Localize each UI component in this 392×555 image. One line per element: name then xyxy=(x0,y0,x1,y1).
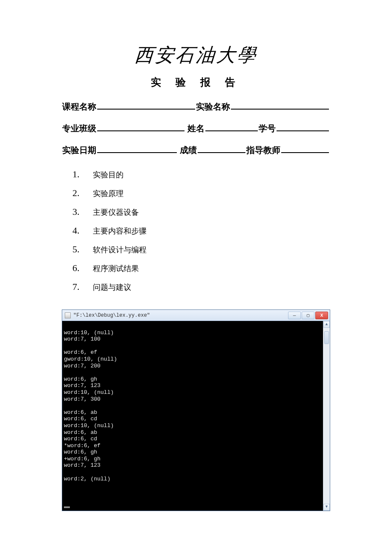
section-text: 实验原理 xyxy=(93,188,124,199)
section-text: 主要仪器设备 xyxy=(93,207,139,217)
section-text: 主要内容和步骤 xyxy=(93,226,147,236)
row-class-name-id: 专业班级 姓名 学号 xyxy=(60,122,332,134)
window-title: "F:\lex\Debug\lex.yy.exe" xyxy=(73,312,288,318)
terminal-window: "F:\lex\Debug\lex.yy.exe" — ▢ X word:10,… xyxy=(62,309,330,511)
app-icon xyxy=(65,312,71,318)
blank-sid[interactable] xyxy=(277,122,329,131)
scroll-thumb[interactable] xyxy=(324,331,329,344)
minimize-button[interactable]: — xyxy=(288,312,301,319)
label-date: 实验日期 xyxy=(62,145,96,156)
blank-score[interactable] xyxy=(198,144,245,153)
blank-class[interactable] xyxy=(97,122,184,131)
maximize-button[interactable]: ▢ xyxy=(302,312,314,319)
row-date-score-teacher: 实验日期 成绩 指导教师 xyxy=(60,144,332,156)
terminal-body[interactable]: word:10, (null) word:7, 100 word:6, ef g… xyxy=(62,321,330,511)
scroll-down-button[interactable]: ▼ xyxy=(323,504,330,511)
scrollbar[interactable]: ▲ ▼ xyxy=(323,321,330,511)
blank-course[interactable] xyxy=(97,100,195,110)
scroll-up-button[interactable]: ▲ xyxy=(323,321,330,328)
section-number: 2. xyxy=(72,188,84,199)
label-course: 课程名称 xyxy=(62,101,96,113)
section-text: 软件设计与编程 xyxy=(93,245,147,255)
window-buttons: — ▢ X xyxy=(288,312,328,319)
label-exp: 实验名称 xyxy=(196,101,230,113)
blank-name[interactable] xyxy=(205,122,258,131)
section-number: 3. xyxy=(72,206,84,217)
label-name: 姓名 xyxy=(187,123,205,134)
label-sid: 学号 xyxy=(259,123,276,134)
list-item: 4. 主要内容和步骤 xyxy=(72,225,332,236)
cursor xyxy=(64,506,70,508)
blank-date[interactable] xyxy=(97,144,177,153)
section-list: 1. 实验目的 2. 实验原理 3. 主要仪器设备 4. 主要内容和步骤 5. … xyxy=(72,169,332,292)
section-text: 问题与建议 xyxy=(93,282,131,292)
list-item: 6. 程序测试结果 xyxy=(72,263,332,274)
label-teacher: 指导教师 xyxy=(246,145,280,156)
scroll-track[interactable] xyxy=(323,328,330,504)
list-item: 5. 软件设计与编程 xyxy=(72,244,332,255)
section-text: 程序测试结果 xyxy=(93,263,139,274)
label-score: 成绩 xyxy=(180,145,197,156)
blank-teacher[interactable] xyxy=(281,144,329,153)
row-course-exp: 课程名称 实验名称 xyxy=(60,100,332,113)
section-text: 实验目的 xyxy=(93,170,124,180)
label-class: 专业班级 xyxy=(62,123,96,134)
section-number: 4. xyxy=(72,225,84,236)
list-item: 3. 主要仪器设备 xyxy=(72,206,332,217)
section-number: 5. xyxy=(72,244,84,255)
section-number: 7. xyxy=(72,281,84,292)
list-item: 7. 问题与建议 xyxy=(72,281,332,292)
titlebar[interactable]: "F:\lex\Debug\lex.yy.exe" — ▢ X xyxy=(62,310,330,321)
report-title: 实 验 报 告 xyxy=(60,75,332,89)
section-number: 6. xyxy=(72,263,84,274)
university-name: 西安石油大學 xyxy=(59,43,333,68)
blank-exp[interactable] xyxy=(231,100,329,110)
terminal-output: word:10, (null) word:7, 100 word:6, ef g… xyxy=(64,330,119,482)
list-item: 1. 实验目的 xyxy=(72,169,332,180)
section-number: 1. xyxy=(72,169,84,180)
close-button[interactable]: X xyxy=(315,312,328,319)
list-item: 2. 实验原理 xyxy=(72,188,332,199)
